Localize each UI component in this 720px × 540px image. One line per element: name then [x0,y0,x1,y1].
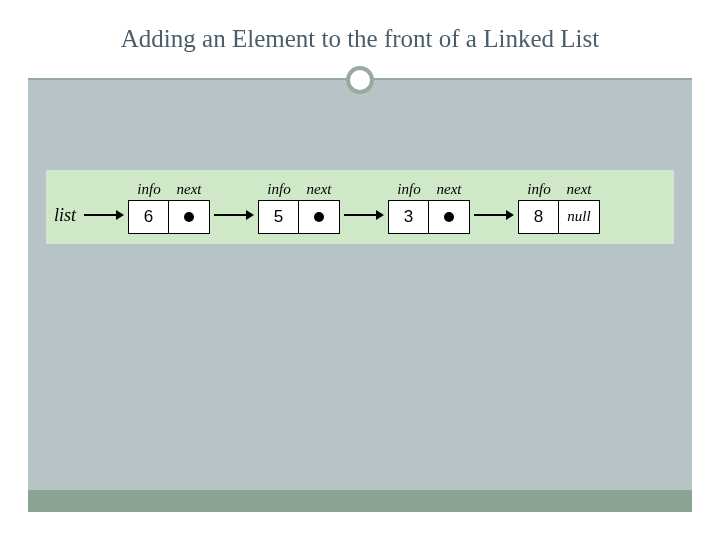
null-label: null [567,208,590,225]
slide: Adding an Element to the front of a Link… [0,0,720,540]
node-next-pointer [299,201,339,233]
node: info next 3 [388,181,470,234]
node-info-value: 8 [519,201,559,233]
next-label: next [429,181,469,198]
pointer-dot-icon [184,212,194,222]
info-label: info [259,181,299,198]
list-pointer-label: list [54,205,76,226]
arrow-icon [344,210,384,220]
linked-list-diagram: list info next 6 info n [46,170,674,244]
info-label: info [389,181,429,198]
node-info-value: 6 [129,201,169,233]
next-label: next [559,181,599,198]
node-field-labels: info next [519,181,599,198]
node-info-value: 5 [259,201,299,233]
next-label: next [169,181,209,198]
node: info next 5 [258,181,340,234]
node-box: 5 [258,200,340,234]
pointer-dot-icon [444,212,454,222]
info-label: info [519,181,559,198]
node-field-labels: info next [389,181,469,198]
node-box: 6 [128,200,210,234]
node-next-pointer [429,201,469,233]
node-next-pointer [169,201,209,233]
content-area: list info next 6 info n [28,80,692,512]
node-field-labels: info next [259,181,339,198]
slide-title: Adding an Element to the front of a Link… [121,25,599,53]
circle-ornament-icon [346,66,374,94]
arrow-icon [84,210,124,220]
next-label: next [299,181,339,198]
node: info next 6 [128,181,210,234]
info-label: info [129,181,169,198]
node-box: 3 [388,200,470,234]
node-next-null: null [559,201,599,233]
node-info-value: 3 [389,201,429,233]
arrow-icon [474,210,514,220]
node-box: 8 null [518,200,600,234]
node-field-labels: info next [129,181,209,198]
pointer-dot-icon [314,212,324,222]
bottom-accent-bar [28,490,692,512]
arrow-icon [214,210,254,220]
node: info next 8 null [518,181,600,234]
